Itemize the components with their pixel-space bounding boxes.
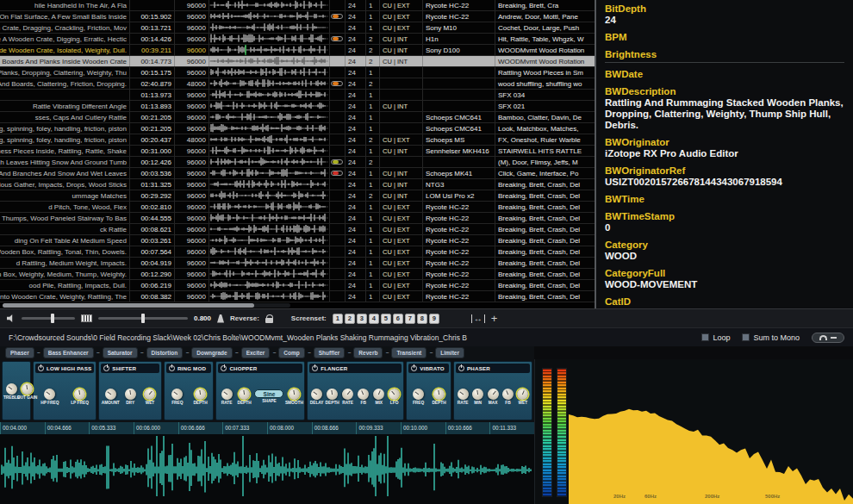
cell-waveform[interactable] (209, 190, 329, 201)
fx-knob[interactable] (42, 386, 58, 401)
screenset-button[interactable]: 8 (417, 314, 427, 324)
fx-knob[interactable] (326, 388, 339, 401)
power-icon[interactable] (312, 365, 318, 371)
fx-chain-button[interactable]: Bass Enhancer (43, 347, 94, 358)
power-icon[interactable] (169, 365, 175, 371)
screenset-button[interactable]: 1 (333, 314, 343, 324)
row-waveform[interactable] (209, 224, 328, 234)
row-waveform[interactable] (209, 235, 328, 246)
table-row[interactable]: d Rattling, Medium Weight, Impacts.00:04… (0, 258, 595, 269)
cell-waveform[interactable] (209, 78, 329, 89)
fx-chain-button[interactable]: Distortion (146, 347, 184, 358)
pitch-slider[interactable] (98, 317, 188, 320)
metadata-field[interactable]: CategoryFullWOOD-MOVEMENT (605, 268, 844, 290)
fx-knob[interactable] (340, 386, 356, 401)
screenset-button[interactable]: 6 (393, 314, 403, 324)
fx-chain-button[interactable]: Exciter (241, 347, 271, 358)
row-waveform[interactable] (209, 269, 328, 279)
row-waveform[interactable] (209, 246, 328, 257)
fx-knob[interactable] (73, 388, 86, 401)
fx-knob[interactable] (471, 388, 484, 401)
metadata-field[interactable]: BitDepth24 (605, 3, 844, 26)
cell-waveform[interactable] (209, 34, 329, 44)
cell-waveform[interactable] (209, 280, 329, 290)
reverse-lock-icon[interactable] (265, 318, 273, 323)
table-row[interactable]: th Wood Chess Pieces Inside, Rattling, R… (0, 146, 595, 157)
fx-chain-button[interactable]: Comp (278, 347, 304, 358)
row-waveform[interactable] (209, 78, 328, 89)
row-waveform[interactable] (209, 11, 328, 22)
fx-chain-button[interactable]: Shuffler (314, 347, 346, 358)
power-icon[interactable] (411, 365, 417, 371)
table-row[interactable]: ood Pile, Rattling, Impacts, Dull.00:06.… (0, 280, 595, 291)
row-waveform[interactable] (209, 56, 328, 66)
table-row[interactable]: de A Wooden Crate, Dragging, Crackling, … (0, 22, 595, 34)
table-row[interactable]: d Pitch, Tone, Wood, Flex00:02.810960002… (0, 202, 595, 213)
cell-waveform[interactable] (209, 269, 329, 279)
row-waveform[interactable] (209, 168, 328, 178)
scrollbar-thumb[interactable] (3, 303, 254, 308)
row-waveform[interactable] (209, 90, 328, 100)
pitch-slider-handle[interactable] (141, 314, 145, 323)
metadata-field[interactable]: CategoryWOOD (605, 240, 844, 262)
rating-pill[interactable] (331, 14, 343, 19)
table-row[interactable]: otation, turning, spinning, foley, handl… (0, 134, 595, 146)
table-row[interactable]: hile Handheld In The Air, A Fla96000241C… (0, 0, 595, 11)
power-icon[interactable] (221, 365, 227, 371)
loop-checkbox-box[interactable] (701, 333, 709, 341)
fx-knob[interactable] (501, 386, 515, 401)
cell-waveform[interactable] (209, 101, 329, 111)
cell-waveform[interactable] (209, 258, 329, 268)
row-waveform[interactable] (209, 190, 328, 201)
horizontal-scrollbar[interactable] (3, 303, 290, 308)
fx-knob[interactable] (386, 386, 402, 401)
row-waveform[interactable] (209, 67, 328, 78)
table-row[interactable]: e Inside Wooden Crate, Isolated, Weighty… (0, 45, 595, 56)
cell-waveform[interactable] (209, 45, 329, 55)
cell-waveform[interactable] (209, 11, 329, 22)
loop-checkbox[interactable]: Loop (701, 333, 730, 342)
metadata-field[interactable]: BWDescriptionRattling And Rummaging Stac… (605, 86, 844, 131)
cell-waveform[interactable] (209, 246, 329, 257)
screenset-button[interactable]: 5 (381, 314, 391, 324)
sum-to-mono-checkbox-box[interactable] (742, 333, 750, 341)
row-waveform[interactable] (209, 101, 328, 111)
fx-knob[interactable] (170, 386, 185, 401)
cell-waveform[interactable] (209, 90, 329, 100)
table-row[interactable]: hile Placed On Flat Surface, A Few Small… (0, 11, 595, 22)
cell-waveform[interactable] (209, 179, 329, 190)
table-row[interactable]: lling Through Leaves Hitting Snow And Gr… (0, 157, 595, 168)
row-waveform[interactable] (209, 291, 328, 302)
fx-knob[interactable] (103, 386, 118, 401)
cell-waveform[interactable] (209, 0, 329, 10)
cell-waveform[interactable] (209, 235, 329, 246)
cell-waveform[interactable] (209, 213, 329, 223)
fit-to-window-icon[interactable]: ↔ (471, 314, 485, 323)
timeline-ruler[interactable]: 00:04.00000:04.66600:05.33300:06.00000:0… (0, 422, 534, 434)
cell-waveform[interactable] (209, 291, 329, 302)
screenset-button[interactable]: 9 (429, 314, 439, 324)
row-waveform[interactable] (209, 112, 328, 122)
fx-chain-button[interactable]: Phaser (5, 347, 34, 358)
table-row[interactable]: Rattle Vibrating Different Angle01:13.89… (0, 101, 595, 112)
metadata-field[interactable]: BWDate (605, 69, 844, 80)
row-waveform[interactable] (209, 0, 328, 10)
headphone-monitor-button[interactable] (812, 333, 844, 343)
cell-waveform[interactable] (209, 123, 329, 134)
power-icon[interactable] (38, 365, 44, 371)
row-waveform[interactable] (209, 45, 328, 55)
shape-select[interactable]: Sine (254, 389, 283, 398)
cell-waveform[interactable] (209, 157, 329, 167)
row-waveform[interactable] (209, 134, 328, 145)
cell-waveform[interactable] (209, 168, 329, 178)
table-row[interactable]: ud Pile Inside A Wooden Crate, Digging, … (0, 34, 595, 45)
screenset-button[interactable]: 3 (357, 314, 367, 324)
metadata-field[interactable]: Brightness (605, 49, 844, 63)
fx-knob[interactable] (21, 383, 34, 395)
table-row[interactable]: ck Rattle00:08.62196000241CU | EXTRycote… (0, 224, 595, 235)
metadata-field[interactable]: BWTimeStamp0 (605, 211, 844, 233)
cell-waveform[interactable] (209, 146, 329, 156)
table-row[interactable]: oden Boards And Planks Inside Wooden Cra… (0, 56, 595, 67)
rating-pill[interactable] (331, 159, 343, 165)
cell-waveform[interactable] (209, 224, 329, 234)
